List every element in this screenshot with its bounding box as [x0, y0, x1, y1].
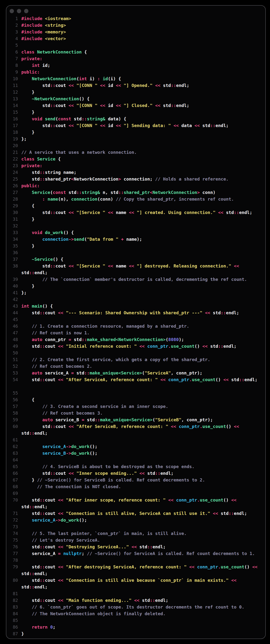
line-number: 26 — [8, 182, 18, 189]
line-number: 78 — [8, 557, 18, 564]
code-text: std::cout << "After ServiceA, reference … — [21, 376, 263, 390]
code-line: 86 return 0; — [8, 624, 263, 630]
code-line: 10 NetworkConnection(int i) : id(i) { — [8, 76, 263, 82]
line-number: 79 — [8, 564, 18, 570]
line-number: 47 — [8, 330, 18, 336]
line-number: 69 — [8, 490, 18, 497]
line-number: 39 — [8, 276, 18, 283]
line-number: 21 — [8, 149, 18, 156]
code-line: 56 { — [8, 396, 263, 403]
code-text: std::cout << "[Service " << name << "] c… — [21, 209, 263, 216]
line-number: 3 — [8, 28, 18, 35]
line-number: 66 — [8, 470, 18, 477]
line-number: 34 — [8, 236, 18, 242]
line-number: 12 — [8, 89, 18, 96]
code-line: 39 // The `connection` member's destruct… — [8, 276, 263, 283]
code-line: 74 // 5. The last pointer, `conn_ptr` in… — [8, 530, 263, 537]
code-text: : name(n), connection(conn) // Copy the … — [21, 196, 263, 202]
code-text: service_A->do_work(); — [21, 443, 263, 450]
code-line: 13 ~NetworkConnection() { — [8, 96, 263, 102]
code-text: connection->send("Data from " + name); — [21, 236, 263, 242]
code-text: } — [21, 242, 263, 249]
line-number: 74 — [8, 530, 18, 537]
window-close-icon[interactable] — [10, 9, 14, 13]
line-number: 36 — [8, 249, 18, 256]
line-number: 63 — [8, 450, 18, 456]
code-text: } — [21, 129, 263, 136]
line-number: 56 — [8, 396, 18, 403]
line-number: 81 — [8, 590, 18, 597]
line-number: 18 — [8, 129, 18, 136]
code-text: // The connection is NOT closed. — [21, 483, 263, 490]
line-number: 40 — [8, 283, 18, 290]
code-line: 27 Service(const std::string& n, std::sh… — [8, 189, 263, 196]
code-text: service_A = nullptr; // ~Service() for S… — [21, 550, 263, 557]
code-line: 34 connection->send("Data from " + name)… — [8, 236, 263, 242]
line-number: 13 — [8, 96, 18, 102]
code-text: private: — [21, 162, 263, 169]
code-text: std::cout << "--- Scenario: Shared Owner… — [21, 310, 263, 316]
line-number: 15 — [8, 109, 18, 116]
code-line: 60 std::cout << "After ServiceB, referen… — [8, 423, 263, 436]
code-line: 43int main() { — [8, 303, 263, 310]
code-editor: 1#include <iostream>2#include <string>3#… — [6, 15, 265, 639]
line-number: 72 — [8, 517, 18, 524]
code-text: std::cout << "After destroying ServiceA,… — [21, 564, 263, 577]
code-text: void do_work() { — [21, 229, 263, 236]
line-number: 49 — [8, 343, 18, 350]
line-number: 59 — [8, 416, 18, 423]
code-line: 70 std::cout << "After inner scope, refe… — [8, 497, 263, 510]
code-text: // 6. `conn_ptr` goes out of scope. Its … — [21, 604, 263, 610]
code-line: 67 } // ~Service() for ServiceB is calle… — [8, 477, 263, 483]
window-zoom-icon[interactable] — [24, 9, 28, 13]
code-text: public: — [21, 182, 263, 189]
code-text: std::cout << "After inner scope, referen… — [21, 497, 263, 510]
line-number: 64 — [8, 456, 18, 463]
line-number: 30 — [8, 209, 18, 216]
code-line: 7private: — [8, 55, 263, 62]
code-text: // 1. Create a connection resource, mana… — [21, 323, 263, 330]
code-line: 38 std::cout << "[Service " << name << "… — [8, 263, 263, 276]
line-number: 19 — [8, 136, 18, 142]
line-number: 57 — [8, 403, 18, 410]
code-line: 8 int id; — [8, 62, 263, 69]
line-number: 11 — [8, 82, 18, 89]
line-number: 33 — [8, 229, 18, 236]
line-number: 48 — [8, 336, 18, 343]
line-number: 67 — [8, 477, 18, 483]
code-text: // 3. Create a second service in an inne… — [21, 403, 263, 410]
window-minimize-icon[interactable] — [17, 9, 21, 13]
line-number: 83 — [8, 604, 18, 610]
code-line: 32 — [8, 222, 263, 229]
line-number: 4 — [8, 35, 18, 42]
line-number: 86 — [8, 624, 18, 630]
line-number: 5 — [8, 42, 18, 49]
line-number: 43 — [8, 303, 18, 310]
code-text: std::cout << "Connection is still alive,… — [21, 510, 263, 517]
code-line: 17 std::cout << "[CONN " << id << "] Sen… — [8, 122, 263, 129]
code-line: 6class NetworkConnection { — [8, 49, 263, 55]
code-line: 62 service_A->do_work(); — [8, 443, 263, 450]
code-line: 35 } — [8, 242, 263, 249]
code-text: std::cout << "Connection is still alive … — [21, 577, 263, 590]
code-text: std::string name; — [21, 169, 263, 176]
line-number: 71 — [8, 510, 18, 517]
code-line: 54 std::cout << "After ServiceA, referen… — [8, 376, 263, 390]
code-line: 22class Service { — [8, 156, 263, 162]
code-line: 71 std::cout << "Connection is still ali… — [8, 510, 263, 517]
code-text: class NetworkConnection { — [21, 49, 263, 55]
line-number: 60 — [8, 423, 18, 430]
line-number: 84 — [8, 610, 18, 617]
code-text: { — [21, 202, 263, 209]
code-text: return 0; — [21, 624, 263, 630]
line-number: 82 — [8, 597, 18, 604]
code-text: service_B->do_work(); — [21, 450, 263, 456]
code-line: 64 — [8, 456, 263, 463]
code-text: // The NetworkConnection object is final… — [21, 610, 263, 617]
code-line: 76 std::cout << "Destroying ServiceA..."… — [8, 544, 263, 550]
code-line: 14 std::cout << "[CONN " << id << "] Clo… — [8, 102, 263, 109]
code-line: 77 service_A = nullptr; // ~Service() fo… — [8, 550, 263, 557]
line-number: 1 — [8, 15, 18, 22]
code-line: 81 — [8, 590, 263, 597]
code-line: 42 — [8, 296, 263, 303]
